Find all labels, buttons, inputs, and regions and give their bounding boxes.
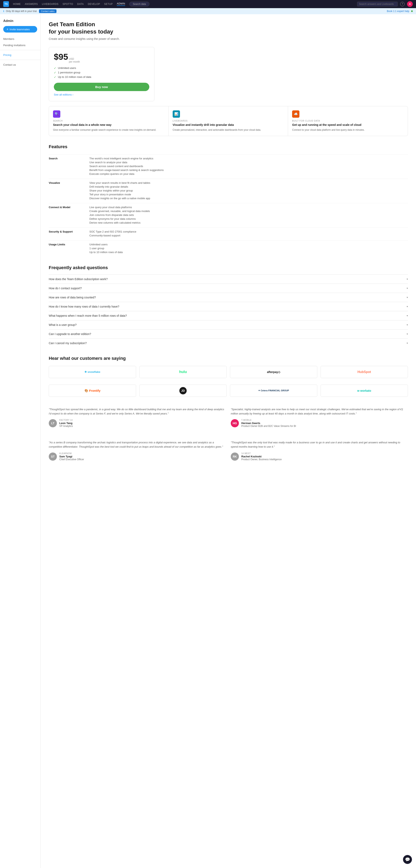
faq-item-5[interactable]: What happens when I reach more than 5 mi… — [49, 311, 408, 320]
avatar-hg: HG — [231, 419, 239, 427]
faq-item-2[interactable]: How do I contact support? ▾ — [49, 284, 408, 293]
faq-item-4[interactable]: How do I know how many rows of data I cu… — [49, 302, 408, 311]
help-button[interactable]: ? — [400, 2, 405, 6]
hero-title: Get Team Edition for your business today — [49, 21, 408, 36]
faq-item-3[interactable]: How are rows of data being counted? ▾ — [49, 293, 408, 302]
cloud-card-label: BUILT FOR CLOUD DATA — [292, 120, 404, 122]
title-2: Product Owner B2B and B2C Value Streams … — [241, 425, 296, 428]
nav-search-pill[interactable]: Search data — [129, 2, 149, 6]
nav-setup[interactable]: SETUP — [104, 3, 113, 5]
user-avatar[interactable]: A — [407, 1, 413, 7]
testimonial-text-2: "Specialist, highly-trained analysts are… — [231, 407, 408, 416]
viz-item-1: View your search results in best fit cha… — [90, 181, 408, 184]
feature-row-visualize: Visualize View your search results in be… — [49, 179, 408, 203]
avatar-st: ST — [49, 453, 57, 461]
sidebar-title: Admin — [0, 18, 40, 26]
faq-item-1[interactable]: How does the Team Edition subscription w… — [49, 274, 408, 284]
price-amount: $95 — [54, 52, 68, 62]
chevron-down-icon-3: ▾ — [407, 296, 408, 299]
faq-item-7[interactable]: Can I upgrade to another edition? ▾ — [49, 329, 408, 338]
sidebar-divider-2 — [0, 60, 40, 60]
search-item-3: Search across saved content and dashboar… — [90, 165, 408, 168]
nav-home[interactable]: HOME — [13, 3, 21, 5]
viz-item-2: Drill instantly into granular details — [90, 185, 408, 188]
testimonial-2: "Specialist, highly-trained analysts are… — [231, 403, 408, 432]
feature-card-cloud: ☁️ BUILT FOR CLOUD DATA Get up and runni… — [288, 106, 408, 136]
feature-cards-grid: 🔍 SEARCH Search your cloud data in a who… — [49, 106, 408, 136]
info-icon: ℹ — [3, 10, 4, 12]
nav-spotto[interactable]: SPOTTO — [63, 3, 73, 5]
sidebar: Admin + Invite teammates Members Pending… — [0, 14, 41, 868]
chat-bubble-button[interactable]: 💬 — [403, 855, 412, 864]
connect-item-3: Join columns from disparate data sets — [90, 213, 408, 216]
price-feature-3: ✓Up to 10 million rows of data — [54, 75, 149, 79]
nav-search-input[interactable] — [357, 2, 398, 6]
avatar-lt: LT — [49, 419, 57, 427]
chevron-down-icon-1: ▾ — [407, 278, 408, 281]
company-4: 14 WEST — [241, 452, 282, 455]
company-1: FACTORY 14 — [59, 419, 73, 421]
price-card: $95 USD per month ✓Unlimited users ✓1 pe… — [49, 47, 154, 101]
nav-data[interactable]: DATA — [77, 3, 84, 5]
sidebar-item-pending[interactable]: Pending invitations — [0, 42, 40, 49]
contact-sales-button[interactable]: Contact sales — [39, 9, 57, 13]
faq-question-1: How does the Team Edition subscription w… — [49, 277, 108, 281]
logo-snowflake: ❄ snowflake — [49, 366, 136, 378]
invite-teammates-button[interactable]: + Invite teammates — [3, 26, 37, 33]
testimonial-author-3: ST KLEARNOW Sam Tyagi Chief Executive Of… — [49, 452, 226, 461]
search-card-title: Search your cloud data in a whole new wa… — [53, 123, 164, 126]
buy-now-button[interactable]: Buy now — [54, 83, 149, 91]
features-section: Features Search The world's most intelli… — [49, 144, 408, 257]
faq-question-5: What happens when I reach more than 5 mi… — [49, 314, 127, 317]
sidebar-item-pricing[interactable]: Pricing — [0, 52, 40, 58]
nav-links: HOME ANSWERS LIVEBOARDS SPOTTO DATA DEVE… — [13, 2, 353, 6]
testimonial-4: "ThoughtSpot was the only tool that was … — [231, 436, 408, 465]
title-4: Product Owner, Business Intelligence — [241, 458, 282, 461]
feature-category-connect: Connect & Model — [49, 206, 90, 225]
faq-section: Frequently asked questions How does the … — [49, 265, 408, 348]
logo-afterpay: afterpay◇ — [230, 366, 317, 378]
search-card-label: SEARCH — [53, 120, 164, 122]
cloud-card-title: Get up and running at the speed and scal… — [292, 123, 404, 126]
features-title: Features — [49, 144, 408, 149]
connect-item-2: Create governed, reusable, and logical d… — [90, 210, 408, 213]
faq-item-8[interactable]: Can I cancel my subscription? ▾ — [49, 338, 408, 348]
nav-admin[interactable]: ADMIN — [117, 2, 125, 6]
book-expert-link[interactable]: Book 1:1 expert help — [387, 10, 409, 12]
nav-develop[interactable]: DEVELOP — [88, 3, 100, 5]
cloud-card-desc: Connect to your cloud data platform and … — [292, 128, 404, 132]
hero-desc: Create and consume insights using the po… — [49, 37, 130, 40]
nav-liveboards[interactable]: LIVEBOARDS — [42, 3, 59, 5]
feature-category-search: Search — [49, 157, 90, 176]
name-4: Rachel Kozloski — [241, 455, 282, 458]
feature-items-visualize: View your search results in best fit cha… — [90, 181, 408, 200]
liveboards-card-label: LIVEBOARDS — [173, 120, 284, 122]
title-1: VP Analytics — [59, 425, 73, 428]
security-item-2: Community-based support — [90, 234, 408, 237]
viz-item-4: Tell your story in presentation mode — [90, 193, 408, 196]
faq-question-6: What is a user group? — [49, 323, 77, 327]
chevron-down-icon-5: ▾ — [407, 314, 408, 317]
usage-item-2: 1 user group — [90, 247, 408, 250]
sidebar-divider — [0, 50, 40, 50]
logo[interactable]: TS — [3, 1, 9, 7]
feature-row-connect: Connect & Model Live query your cloud da… — [49, 203, 408, 227]
see-all-editions-link[interactable]: See all editions › — [54, 93, 73, 96]
nav-answers[interactable]: ANSWERS — [25, 3, 38, 5]
sidebar-item-members[interactable]: Members — [0, 36, 40, 42]
main-layout: Admin + Invite teammates Members Pending… — [0, 14, 416, 868]
customers-section: Hear what our customers are saying ❄ sno… — [49, 356, 408, 465]
testimonial-1: "ThoughtSpot has spread like a pandemic,… — [49, 403, 226, 432]
liveboards-card-icon: 📊 — [173, 111, 180, 118]
search-item-2: Use search to analyze your data — [90, 161, 408, 164]
plus-icon: + — [6, 27, 8, 31]
faq-item-6[interactable]: What is a user group? ▾ — [49, 320, 408, 329]
security-item-1: SOC Type 2 and ISO 27001 compliance — [90, 230, 408, 233]
liveboards-card-desc: Create personalized, interactive, and ac… — [173, 128, 284, 132]
chevron-down-icon-2: ▾ — [407, 287, 408, 290]
check-icon-1: ✓ — [54, 66, 56, 70]
usage-item-3: Up to 10 million rows of data — [90, 251, 408, 254]
sidebar-item-contact[interactable]: Contact us — [0, 62, 40, 68]
trial-message: Only 30 days left in your trial. — [6, 10, 37, 12]
logos-row-1: ❄ snowflake hulu afterpay◇ HubSpot — [49, 366, 408, 378]
